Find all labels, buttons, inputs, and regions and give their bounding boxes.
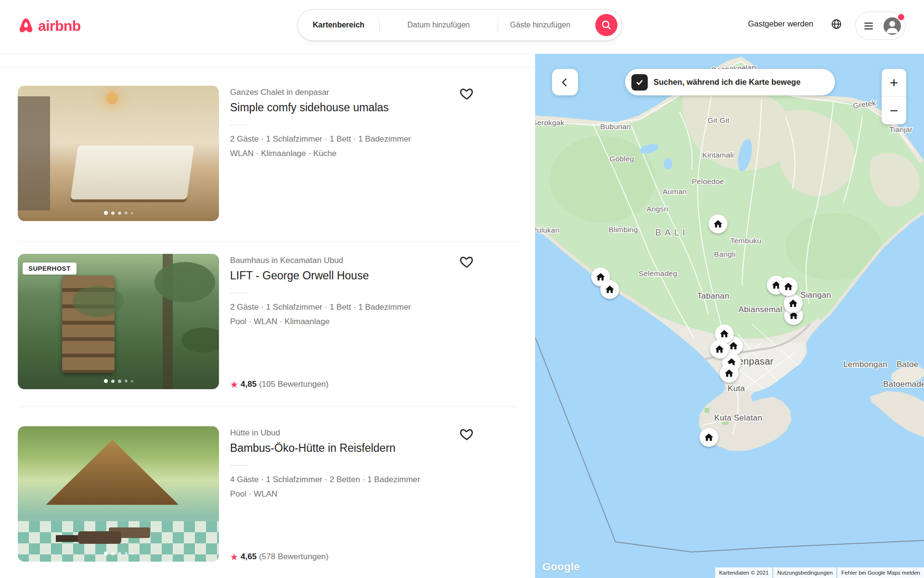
search-as-map-moves-toggle[interactable]: Suchen, während ich die Karte bewege [625,69,835,95]
carousel-dots [18,379,219,383]
person-icon [884,17,901,35]
carousel-dot[interactable] [125,380,128,382]
star-icon: ★ [230,380,238,389]
map-place-label: Gobleg [609,155,634,163]
search-bar[interactable]: Kartenbereich Datum hinzufügen Gäste hin… [297,9,622,41]
search-location-segment[interactable]: Kartenbereich [298,10,379,40]
listing-image[interactable] [18,426,219,562]
carousel-dot[interactable] [118,380,121,383]
listing-type: Baumhaus in Kecamatan Ubud [230,256,343,265]
map-place-label: Lembongan [843,360,887,369]
carousel-dot[interactable] [104,552,108,555]
search-guests-segment[interactable]: Gäste hinzufügen [498,10,582,40]
listing-details: 2 Gäste · 1 Schlafzimmer · 1 Bett · 1 Ba… [230,302,411,312]
search-date-segment[interactable]: Datum hinzufügen [380,10,498,40]
wishlist-heart-icon[interactable] [460,87,474,100]
attribution-link[interactable]: Fehler bei Google Maps melden [837,567,924,578]
listing-separator [18,241,517,242]
listing-title[interactable]: Bambus-Öko-Hütte in Reisfeldern [230,442,396,455]
listing-image[interactable] [18,86,219,221]
rating-reviews: (105 Bewertungen) [259,380,329,389]
superhost-badge: SUPERHOST [23,263,77,275]
language-globe-button[interactable] [831,18,844,32]
map-place-label: Tembuku [731,236,761,245]
map-place-label: Tabanan [697,291,730,301]
map-marker[interactable] [700,428,719,447]
rating-score: 4,65 [241,552,257,562]
carousel-dot[interactable] [111,552,115,555]
listing-title[interactable]: Simple comfy sidehouse umalas [230,101,389,114]
listing-rating: ★ 4,65 (578 Bewertungen) [230,552,329,562]
listing-divider [230,465,248,466]
map-marker[interactable] [601,280,619,299]
map-back-button[interactable] [552,69,578,95]
map-place-label: Blimbing [608,225,638,234]
listing-divider [230,125,248,125]
listings-panel: Ganzes Chalet in denpasar Simple comfy s… [0,54,535,578]
map-zoom-control: + − [882,69,906,124]
map-canvas: BoengkoelanGerokgakBubunanGit GitGretekT… [535,54,924,578]
avatar [884,17,901,35]
carousel-dot[interactable] [131,380,133,382]
listing-image-art [70,145,194,199]
listing-card[interactable]: Ganzes Chalet in denpasar Simple comfy s… [18,86,517,221]
user-menu-button[interactable] [855,12,906,40]
wishlist-heart-icon[interactable] [460,255,474,268]
carousel-dot[interactable] [104,379,108,383]
airbnb-logo[interactable]: airbnb [18,17,81,35]
listing-title[interactable]: LIFT - George Orwell House [230,269,369,282]
listing-separator [18,407,517,407]
map-marker[interactable] [779,277,798,296]
map-marker[interactable] [709,215,728,234]
listing-rating: ★ 4,85 (105 Bewertungen) [230,380,329,389]
map-place-label: Kintamali [702,151,734,159]
google-logo: Google [542,561,580,573]
carousel-dot[interactable] [118,552,121,555]
zoom-in-button[interactable]: + [882,69,906,96]
map-panel[interactable]: BoengkoelanGerokgakBubunanGit GitGretekT… [535,54,924,578]
map-marker[interactable] [720,364,739,383]
carousel-dot[interactable] [131,552,133,555]
search-icon [601,20,612,30]
carousel-dot[interactable] [131,212,133,214]
checkbox-checked-icon[interactable] [631,74,648,91]
wishlist-heart-icon[interactable] [460,427,474,441]
airbnb-wordmark: airbnb [38,18,81,34]
map-marker[interactable] [784,294,803,313]
map-attribution: Kartendaten © 2021NutzungsbedingungenFeh… [715,567,924,578]
listing-amenities: Pool · WLAN [230,489,277,499]
listing-card[interactable]: Hütte in Ubud Bambus-Öko-Hütte in Reisfe… [18,426,517,562]
listing-image-art [62,276,115,373]
become-host-link[interactable]: Gastgeber werden [748,19,813,28]
airbnb-search-page: { "header": { "brand": "airbnb", "search… [0,0,924,578]
attribution-link[interactable]: Nutzungsbedingungen [773,567,836,578]
listing-card[interactable]: SUPERHOST Baumhaus in Kecamatan Ubud LIF… [18,254,517,389]
listing-type: Ganzes Chalet in denpasar [230,88,329,97]
zoom-out-button[interactable]: − [882,96,906,124]
rating-score: 4,85 [241,380,257,389]
map-marker[interactable] [710,340,729,359]
carousel-dots [18,211,219,215]
listing-image-art [78,531,121,544]
listing-image-art [46,440,179,505]
carousel-dot[interactable] [125,211,128,214]
carousel-dot[interactable] [111,211,115,215]
toggle-label: Suchen, während ich die Karte bewege [654,78,800,87]
listing-details: 4 Gäste · 1 Schlafzimmer · 2 Betten · 1 … [230,475,420,485]
listing-type: Hütte in Ubud [230,428,280,438]
star-icon: ★ [230,552,238,562]
map-place-label: Peloedoe [692,177,724,185]
carousel-dot[interactable] [125,552,128,555]
hamburger-menu-icon [864,23,873,29]
search-button[interactable] [595,14,617,36]
map-place-label: Abiansemal [739,305,783,314]
carousel-dots [18,552,219,555]
listing-divider [230,293,248,293]
map-place-label: Auman [663,187,687,196]
map-place-label: Batoe [897,360,918,369]
carousel-dot[interactable] [104,211,108,215]
carousel-dot[interactable] [111,380,115,383]
header: airbnb Kartenbereich Datum hinzufügen Gä… [0,0,924,54]
listing-image[interactable]: SUPERHOST [18,254,219,389]
carousel-dot[interactable] [118,211,121,215]
